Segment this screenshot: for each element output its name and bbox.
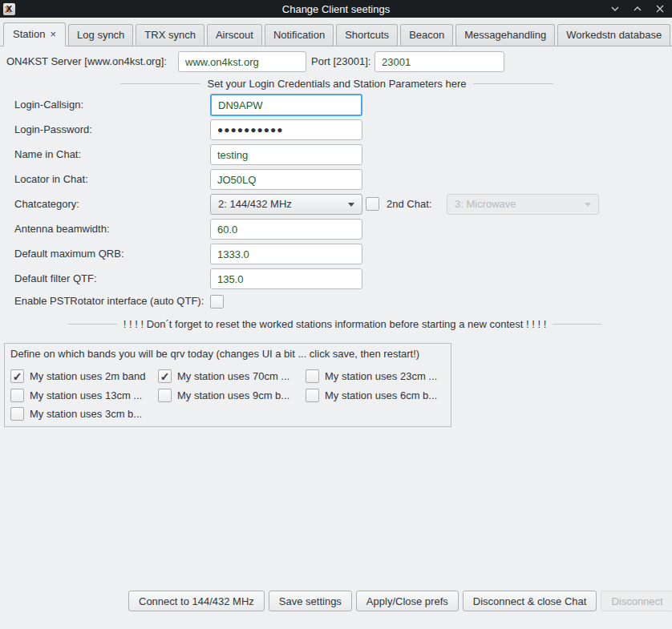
login-callsign-label: Login-Callsign: <box>14 95 83 115</box>
footer-button-row: Connect to 144/432 MHz Save settings App… <box>128 591 672 611</box>
band-3cm-checkbox[interactable] <box>10 407 24 421</box>
login-callsign-input[interactable] <box>210 94 362 116</box>
server-input[interactable] <box>178 51 306 72</box>
band-13cm-label: My station uses 13cm ... <box>30 389 142 402</box>
contest-warning-divider: ! ! ! ! Don´t forget to reset the worked… <box>68 317 601 330</box>
tab-shortcuts[interactable]: Shortcuts <box>336 24 398 46</box>
tab-messagehandling[interactable]: Messagehandling <box>455 24 555 46</box>
antenna-beamwidth-input[interactable] <box>210 219 362 240</box>
bands-groupbox: Define on which bands you will be qrv to… <box>4 343 451 427</box>
locator-in-chat-input[interactable] <box>210 169 362 190</box>
chatcategory-select[interactable]: 2: 144/432 MHz <box>210 194 362 215</box>
login-password-label: Login-Password: <box>14 119 92 140</box>
chevron-down-icon <box>348 203 354 207</box>
divider-line <box>473 83 553 84</box>
band-70cm-label: My station uses 70cm ... <box>177 369 289 383</box>
chatcategory-label: Chatcategory: <box>14 194 79 215</box>
name-in-chat-label: Name in Chat: <box>14 144 81 165</box>
band-6cm-checkbox[interactable] <box>306 389 319 402</box>
settings-window: X Change Client seetings Station× Log sy… <box>0 0 672 629</box>
pstrotator-label: Enable PSTRotator interface (auto QTF): <box>14 291 204 312</box>
server-label: ON4KST Server [www.on4kst.org]: <box>6 51 167 72</box>
settings-tabbar: Station× Log synch TRX synch Airscout No… <box>0 18 672 46</box>
tab-trx-synch[interactable]: TRX synch <box>136 24 204 46</box>
antenna-beamwidth-label: Antenna beamwidth: <box>14 219 110 240</box>
tab-log-synch[interactable]: Log synch <box>68 24 133 46</box>
default-filter-qtf-input[interactable] <box>210 268 362 289</box>
chevron-down-icon <box>610 4 620 14</box>
port-input[interactable] <box>374 51 504 72</box>
band-6cm-label: My station uses 6cm b... <box>325 389 437 402</box>
credentials-divider: Set your Login Credentials and Station P… <box>120 77 553 90</box>
tab-notification[interactable]: Notification <box>265 24 334 46</box>
divider-line <box>553 324 601 325</box>
divider-line <box>120 83 200 84</box>
locator-in-chat-label: Locator in Chat: <box>14 169 88 190</box>
contest-warning-text: ! ! ! ! Don´t forget to reset the worked… <box>123 318 546 330</box>
second-chat-checkbox[interactable] <box>366 197 379 211</box>
divider-text: Set your Login Credentials and Station P… <box>207 78 466 90</box>
divider-line <box>68 324 117 325</box>
disconnect-button: Disconnect <box>601 591 672 611</box>
tab-close-icon[interactable]: × <box>50 28 56 40</box>
tab-beacon[interactable]: Beacon <box>400 24 453 46</box>
second-chat-select: 3: Microwave <box>447 194 599 215</box>
maximize-button[interactable] <box>632 3 643 14</box>
port-label: Port [23001]: <box>311 51 370 72</box>
pstrotator-checkbox[interactable] <box>210 295 224 308</box>
close-icon <box>655 4 665 14</box>
band-70cm-checkbox[interactable] <box>158 369 172 383</box>
band-9cm-label: My station uses 9cm b... <box>177 389 289 402</box>
window-titlebar: X Change Client seetings <box>0 0 672 18</box>
x11-app-icon: X <box>3 3 15 15</box>
close-button[interactable] <box>654 3 666 14</box>
band-13cm-checkbox[interactable] <box>10 389 24 402</box>
connect-button[interactable]: Connect to 144/432 MHz <box>128 591 265 611</box>
chatcategory-value: 2: 144/432 MHz <box>218 198 292 210</box>
apply-close-prefs-button[interactable]: Apply/Close prefs <box>356 591 459 611</box>
band-2m-checkbox[interactable] <box>10 369 24 383</box>
login-password-input[interactable] <box>210 119 362 140</box>
window-controls <box>609 0 666 18</box>
tab-workedstn-database[interactable]: Workedstn database <box>557 24 670 46</box>
chevron-down-icon <box>585 203 591 207</box>
second-chat-label: 2nd Chat: <box>387 194 431 215</box>
save-settings-button[interactable]: Save settings <box>269 591 352 611</box>
tab-label: Station <box>13 28 45 40</box>
window-title: Change Client seetings <box>0 3 672 15</box>
minimize-button[interactable] <box>609 3 621 14</box>
name-in-chat-input[interactable] <box>210 144 362 165</box>
chevron-up-icon <box>633 4 642 14</box>
tab-airscout[interactable]: Airscout <box>207 24 262 46</box>
default-max-qrb-label: Default maximum QRB: <box>14 244 124 264</box>
default-max-qrb-input[interactable] <box>210 244 362 264</box>
disconnect-close-chat-button[interactable]: Disconnect & close Chat <box>463 591 597 611</box>
tab-station[interactable]: Station× <box>3 22 66 46</box>
band-3cm-label: My station uses 3cm b... <box>30 407 142 421</box>
default-filter-qtf-label: Default filter QTF: <box>14 268 97 289</box>
second-chat-value: 3: Microwave <box>455 198 516 210</box>
bands-group-title: Define on which bands you will be qrv to… <box>10 348 419 360</box>
band-9cm-checkbox[interactable] <box>158 389 172 402</box>
band-23cm-checkbox[interactable] <box>306 369 319 383</box>
band-2m-label: My station uses 2m band <box>30 369 146 383</box>
band-23cm-label: My station uses 23cm ... <box>325 369 437 383</box>
